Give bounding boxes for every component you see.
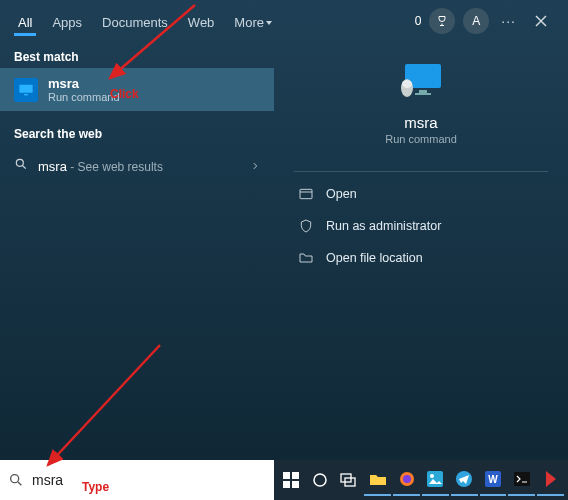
taskbar-app-word[interactable]: W bbox=[480, 464, 507, 496]
web-result-term: msra bbox=[38, 159, 67, 174]
taskbar-app-generic[interactable] bbox=[537, 464, 564, 496]
tab-all[interactable]: All bbox=[8, 3, 42, 40]
best-match-header: Best match bbox=[0, 42, 274, 68]
svg-rect-1 bbox=[24, 94, 28, 95]
tab-web[interactable]: Web bbox=[178, 3, 225, 40]
cortana-button[interactable] bbox=[307, 464, 334, 496]
action-open[interactable]: Open bbox=[294, 178, 548, 210]
svg-point-14 bbox=[314, 474, 326, 486]
action-open-location[interactable]: Open file location bbox=[294, 242, 548, 274]
start-search-panel: All Apps Documents Web More 0 A ··· Best… bbox=[0, 0, 568, 460]
svg-rect-8 bbox=[300, 189, 312, 198]
task-view-button[interactable] bbox=[336, 464, 363, 496]
taskbar: W bbox=[274, 460, 568, 500]
rewards-icon[interactable] bbox=[429, 8, 455, 34]
best-match-result[interactable]: msra Run command bbox=[0, 68, 274, 111]
svg-rect-12 bbox=[283, 481, 290, 488]
close-button[interactable] bbox=[528, 8, 554, 34]
tab-documents[interactable]: Documents bbox=[92, 3, 178, 40]
best-match-title: msra bbox=[48, 76, 120, 91]
taskbar-app-gallery[interactable] bbox=[422, 464, 449, 496]
filter-tabs: All Apps Documents Web More 0 A ··· bbox=[0, 0, 568, 42]
taskbar-app-firefox[interactable] bbox=[393, 464, 420, 496]
taskbar-search-box[interactable] bbox=[0, 460, 274, 500]
svg-rect-0 bbox=[19, 84, 32, 92]
action-open-location-label: Open file location bbox=[326, 251, 423, 265]
action-run-admin[interactable]: Run as administrator bbox=[294, 210, 548, 242]
tab-apps[interactable]: Apps bbox=[42, 3, 92, 40]
shield-icon bbox=[298, 218, 314, 234]
svg-text:W: W bbox=[488, 474, 498, 485]
svg-rect-5 bbox=[415, 93, 431, 95]
more-options-icon[interactable]: ··· bbox=[497, 13, 520, 29]
svg-rect-13 bbox=[292, 481, 299, 488]
action-open-label: Open bbox=[326, 187, 357, 201]
svg-point-7 bbox=[402, 80, 412, 88]
preview-subtitle: Run command bbox=[385, 133, 457, 145]
open-icon bbox=[298, 186, 314, 202]
chevron-down-icon bbox=[266, 21, 272, 25]
svg-rect-10 bbox=[283, 472, 290, 479]
preview-hero: msra Run command bbox=[294, 52, 548, 161]
web-result[interactable]: msra - See web results bbox=[0, 149, 274, 183]
taskbar-app-telegram[interactable] bbox=[451, 464, 478, 496]
svg-rect-11 bbox=[292, 472, 299, 479]
action-run-admin-label: Run as administrator bbox=[326, 219, 441, 233]
start-button[interactable] bbox=[278, 464, 305, 496]
taskbar-app-terminal[interactable] bbox=[508, 464, 535, 496]
svg-rect-19 bbox=[427, 471, 443, 487]
results-column: Best match msra Run command Search the w… bbox=[0, 42, 274, 460]
svg-rect-4 bbox=[419, 90, 427, 93]
preview-column: msra Run command Open Run as administrat… bbox=[274, 42, 568, 460]
rewards-count: 0 bbox=[415, 14, 422, 28]
svg-point-18 bbox=[403, 475, 411, 483]
search-icon bbox=[8, 472, 24, 488]
tab-more[interactable]: More bbox=[224, 3, 282, 40]
search-web-header: Search the web bbox=[0, 119, 274, 145]
web-result-suffix: - See web results bbox=[67, 160, 163, 174]
svg-point-9 bbox=[11, 475, 19, 483]
run-command-icon bbox=[14, 78, 38, 102]
svg-rect-24 bbox=[514, 472, 530, 486]
divider bbox=[294, 171, 548, 172]
account-avatar[interactable]: A bbox=[463, 8, 489, 34]
search-icon bbox=[14, 157, 28, 175]
search-input[interactable] bbox=[32, 472, 266, 488]
taskbar-app-file-explorer[interactable] bbox=[364, 464, 391, 496]
chevron-right-icon bbox=[250, 157, 260, 175]
folder-icon bbox=[298, 250, 314, 266]
msra-app-icon bbox=[397, 62, 445, 102]
svg-point-2 bbox=[16, 159, 23, 166]
best-match-subtitle: Run command bbox=[48, 91, 120, 103]
preview-title: msra bbox=[404, 114, 437, 131]
svg-point-20 bbox=[430, 474, 434, 478]
